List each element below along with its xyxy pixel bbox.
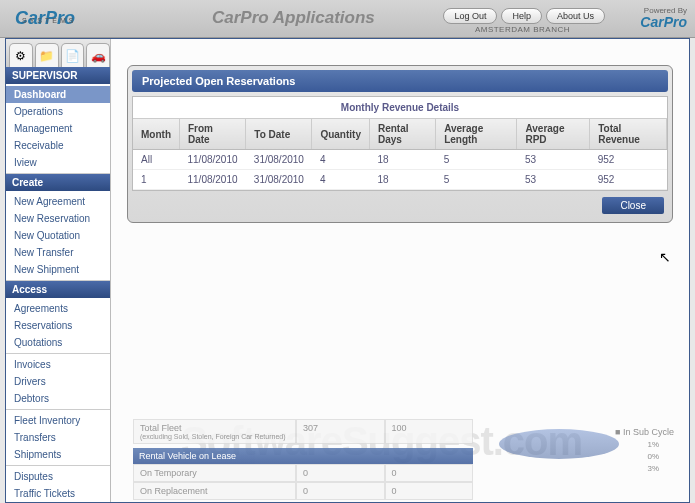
col-to-date[interactable]: To Date	[246, 119, 312, 150]
on-temporary-label: On Temporary	[133, 464, 296, 482]
col-rental-days[interactable]: Rental Days	[369, 119, 435, 150]
about-button[interactable]: About Us	[546, 8, 605, 24]
sidebar-item-dashboard[interactable]: Dashboard	[6, 86, 110, 103]
sidebar-item-new-reservation[interactable]: New Reservation	[6, 210, 110, 227]
lease-header: Rental Vehicle on Lease	[133, 448, 473, 464]
sidebar-item-transfers[interactable]: Transfers	[6, 429, 110, 446]
content-area: SoftwareSuggest.com 1% 0% 3% ■ In Sub Cy…	[111, 39, 689, 502]
sidebar-item-traffic-tickets[interactable]: Traffic Tickets	[6, 485, 110, 502]
app-title: CarPro Applications	[212, 8, 375, 28]
document-icon[interactable]: 📄	[61, 43, 85, 67]
help-button[interactable]: Help	[501, 8, 542, 24]
on-temporary-v1: 0	[296, 464, 385, 482]
sidebar-item-shipments[interactable]: Shipments	[6, 446, 110, 463]
modal-dialog: Projected Open Reservations Monthly Reve…	[127, 65, 673, 223]
access-header: Access	[6, 281, 110, 298]
table-row[interactable]: 1 11/08/2010 31/08/2010 4 18 5 53 952	[133, 170, 667, 190]
sidebar-item-iview[interactable]: Iview	[6, 154, 110, 171]
col-from-date[interactable]: From Date	[180, 119, 246, 150]
main-frame: ⚙ 📁 📄 🚗 SUPERVISOR Dashboard Operations …	[5, 38, 690, 503]
sidebar-item-new-transfer[interactable]: New Transfer	[6, 244, 110, 261]
top-button-group: Log Out Help About Us	[443, 8, 605, 24]
pie-pct-2: 0%	[647, 451, 659, 463]
bg-stats-panel: Total Fleet (excluding Sold, Stolen, For…	[133, 419, 473, 500]
sidebar-item-new-quotation[interactable]: New Quotation	[6, 227, 110, 244]
close-button[interactable]: Close	[602, 197, 664, 214]
col-total-revenue[interactable]: Total Revenue	[590, 119, 667, 150]
table-row[interactable]: All 11/08/2010 31/08/2010 4 18 5 53 952	[133, 150, 667, 170]
logo-subtext: SYSTEMS	[22, 17, 76, 24]
sidebar: ⚙ 📁 📄 🚗 SUPERVISOR Dashboard Operations …	[6, 39, 111, 502]
sidebar-item-agreements[interactable]: Agreements	[6, 300, 110, 317]
modal-body: Monthly Revenue Details Month From Date …	[132, 96, 668, 191]
total-fleet-label: Total Fleet (excluding Sold, Stolen, For…	[133, 419, 296, 444]
pie-chart-bg	[499, 429, 619, 459]
tool-tabs: ⚙ 📁 📄 🚗	[6, 39, 110, 67]
pie-labels: 1% 0% 3%	[647, 439, 659, 475]
modal-footer: Close	[132, 191, 668, 218]
col-month[interactable]: Month	[133, 119, 180, 150]
pie-pct-1: 1%	[647, 439, 659, 451]
modal-title: Projected Open Reservations	[132, 70, 668, 92]
gear-icon[interactable]: ⚙	[9, 43, 33, 67]
sidebar-item-invoices[interactable]: Invoices	[6, 356, 110, 373]
powered-by-logo: CarPro	[640, 14, 687, 30]
on-replacement-v2: 0	[385, 482, 474, 500]
sidebar-item-reservations[interactable]: Reservations	[6, 317, 110, 334]
col-avg-length[interactable]: Average Length	[436, 119, 517, 150]
sidebar-item-drivers[interactable]: Drivers	[6, 373, 110, 390]
car-icon[interactable]: 🚗	[86, 43, 110, 67]
pie-pct-3: 3%	[647, 463, 659, 475]
on-replacement-v1: 0	[296, 482, 385, 500]
sidebar-item-new-agreement[interactable]: New Agreement	[6, 193, 110, 210]
on-temporary-v2: 0	[385, 464, 474, 482]
total-fleet-v1: 307	[296, 419, 385, 444]
col-quantity[interactable]: Quantity	[312, 119, 370, 150]
folder-icon[interactable]: 📁	[35, 43, 59, 67]
sidebar-item-operations[interactable]: Operations	[6, 103, 110, 120]
logout-button[interactable]: Log Out	[443, 8, 497, 24]
sidebar-item-debtors[interactable]: Debtors	[6, 390, 110, 407]
col-avg-rpd[interactable]: Average RPD	[517, 119, 590, 150]
legend-item: ■ In Sub Cycle	[615, 427, 674, 437]
create-header: Create	[6, 174, 110, 191]
sidebar-item-receivable[interactable]: Receivable	[6, 137, 110, 154]
supervisor-header: SUPERVISOR	[6, 67, 110, 84]
on-replacement-label: On Replacement	[133, 482, 296, 500]
sidebar-item-fleet-inventory[interactable]: Fleet Inventory	[6, 412, 110, 429]
revenue-table: Month From Date To Date Quantity Rental …	[133, 119, 667, 190]
branch-label: AMSTERDAM BRANCH	[475, 25, 570, 34]
cursor-icon: ↖	[659, 249, 671, 265]
modal-subtitle: Monthly Revenue Details	[133, 97, 667, 119]
sidebar-item-new-shipment[interactable]: New Shipment	[6, 261, 110, 278]
sidebar-item-disputes[interactable]: Disputes	[6, 468, 110, 485]
sidebar-item-quotations[interactable]: Quotations	[6, 334, 110, 351]
top-bar: CarPro SYSTEMS CarPro Applications Log O…	[0, 0, 695, 38]
total-fleet-v2: 100	[385, 419, 474, 444]
sidebar-item-management[interactable]: Management	[6, 120, 110, 137]
